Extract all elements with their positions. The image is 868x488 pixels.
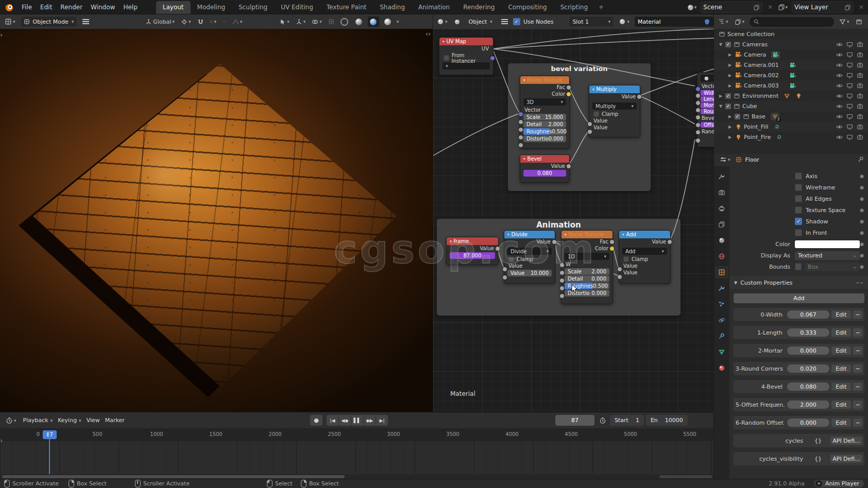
tab-scripting[interactable]: Scripting bbox=[554, 1, 594, 14]
viewport-3d[interactable] bbox=[0, 29, 433, 412]
prop-value-slider[interactable]: 0.080 bbox=[787, 382, 829, 391]
frame-end-field[interactable]: En 10000 bbox=[646, 415, 688, 426]
mode-dropdown[interactable]: Object Mode ▾ bbox=[20, 16, 78, 27]
expand-icon[interactable]: ▶ bbox=[727, 63, 733, 67]
node-bevel-value[interactable]: ▾Bevel Value 0.080 bbox=[520, 154, 570, 183]
expand-icon[interactable]: ▶ bbox=[727, 114, 733, 119]
hide-eye-icon[interactable] bbox=[836, 82, 843, 89]
tab-constraints[interactable] bbox=[715, 330, 728, 342]
noise2-color-socket[interactable] bbox=[609, 246, 615, 251]
pivot-point-dropdown[interactable]: ▾ bbox=[179, 18, 193, 26]
hide-eye-icon[interactable] bbox=[836, 134, 843, 141]
disable-viewport-icon[interactable] bbox=[846, 72, 853, 79]
multiply-clamp-checkbox[interactable] bbox=[593, 111, 599, 117]
group-width-socket[interactable] bbox=[695, 93, 701, 98]
noise2-detail-field[interactable]: Detail0.000 bbox=[565, 275, 609, 282]
scene-selector[interactable]: Scene bbox=[701, 2, 762, 13]
multiply-out-socket[interactable] bbox=[637, 94, 642, 99]
add-clamp-checkbox[interactable] bbox=[623, 256, 629, 262]
animate-dot[interactable]: ● bbox=[860, 196, 864, 201]
group-offset-field[interactable]: Offset bbox=[701, 122, 714, 128]
proportional-edit-icon[interactable]: ◦ bbox=[221, 18, 228, 26]
anim-player-badge[interactable]: ✕ Anim Player bbox=[814, 480, 864, 487]
prop-value-slider[interactable]: 0.020 bbox=[787, 364, 829, 373]
group-length-socket[interactable] bbox=[695, 100, 701, 106]
outliner-row-camera-001[interactable]: ▶ Camera.001 bbox=[714, 60, 868, 70]
hscroll-thumb-right[interactable] bbox=[659, 475, 712, 478]
editor-type-outliner-icon[interactable]: ▾ bbox=[716, 17, 730, 26]
node-group-floor-board[interactable]: ▾ Vector Width Length Mortar Round C Bev… bbox=[697, 72, 714, 147]
camera-data-icon[interactable] bbox=[789, 72, 796, 79]
noise1-detail-socket[interactable] bbox=[518, 127, 523, 132]
prop-value-slider[interactable]: 0.000 bbox=[787, 346, 829, 355]
timeline-tracks[interactable] bbox=[0, 441, 713, 474]
noise1-scale-field[interactable]: Scale15.000 bbox=[523, 114, 566, 120]
shading-material-button[interactable] bbox=[368, 16, 379, 27]
texture-space-checkbox[interactable] bbox=[795, 206, 802, 214]
outliner-row-camera-003[interactable]: ▶ Camera.003 bbox=[714, 80, 868, 91]
node-add[interactable]: ▾Add Value Add▾ Clamp Value Value bbox=[619, 230, 671, 284]
add-property-button[interactable]: Add bbox=[734, 293, 864, 303]
pin-icon[interactable] bbox=[857, 156, 864, 163]
disable-viewport-icon[interactable] bbox=[846, 134, 853, 141]
noise1-detail-field[interactable]: Detail2.000 bbox=[523, 121, 566, 128]
auto-keying-button[interactable]: ● bbox=[310, 415, 322, 426]
tab-view-layer[interactable] bbox=[715, 218, 728, 231]
shader-menu-icon[interactable] bbox=[501, 21, 508, 22]
api-defined-button[interactable]: API Defi... bbox=[830, 437, 862, 445]
shader-context-dropdown[interactable]: Object ▾ bbox=[465, 16, 496, 27]
hide-eye-icon[interactable] bbox=[836, 41, 843, 48]
collapse-icon[interactable]: ▼ bbox=[718, 42, 723, 47]
disable-viewport-icon[interactable] bbox=[846, 124, 853, 130]
menu-help[interactable]: Help bbox=[119, 2, 141, 12]
viewport-menu-icon[interactable] bbox=[82, 21, 89, 22]
current-frame-field[interactable]: 87 bbox=[555, 415, 594, 426]
tab-object[interactable] bbox=[715, 266, 728, 278]
collection-checkbox[interactable]: ✓ bbox=[725, 103, 731, 109]
disable-render-icon[interactable] bbox=[857, 41, 863, 48]
noise2-scale-socket[interactable] bbox=[559, 270, 565, 275]
edit-property-button[interactable]: Edit bbox=[831, 382, 851, 391]
wood-floor-object[interactable] bbox=[0, 29, 433, 412]
noise1-fac-socket[interactable] bbox=[566, 85, 571, 90]
display-as-dropdown[interactable]: Textured⌄ bbox=[795, 251, 860, 260]
tab-uv-editing[interactable]: UV Editing bbox=[274, 1, 320, 14]
node-divide[interactable]: ▾Divide Value Divide▾ Clamp Value Value1… bbox=[504, 230, 555, 284]
divide-value1-socket[interactable] bbox=[502, 267, 507, 272]
tab-render[interactable] bbox=[715, 186, 728, 199]
view-layer-selector[interactable]: View Layer bbox=[792, 2, 854, 13]
tab-physics[interactable] bbox=[715, 314, 728, 326]
animate-dot[interactable]: ● bbox=[860, 264, 864, 269]
group-offset-socket[interactable] bbox=[695, 130, 701, 135]
tab-tool[interactable] bbox=[715, 170, 728, 183]
group-width-field[interactable]: Width bbox=[701, 90, 714, 96]
noise1-dimensions-dropdown[interactable]: 3D▾ bbox=[523, 98, 566, 106]
noise1-distortion-field[interactable]: Distortio0.000 bbox=[523, 135, 566, 142]
expand-icon[interactable]: ▶ bbox=[727, 83, 733, 88]
hide-eye-icon[interactable] bbox=[836, 51, 843, 58]
add-value1-socket[interactable] bbox=[617, 267, 622, 272]
new-scene-icon[interactable] bbox=[753, 4, 760, 11]
prev-keyframe-button[interactable]: ◀◆ bbox=[339, 415, 351, 426]
tab-modifiers[interactable] bbox=[715, 282, 728, 294]
bounds-dropdown[interactable]: Box⌄ bbox=[805, 263, 860, 271]
tab-material[interactable] bbox=[715, 362, 728, 374]
remove-property-button[interactable]: − bbox=[853, 400, 862, 409]
noise2-distortion-socket[interactable] bbox=[559, 293, 565, 299]
camera-data-icon[interactable] bbox=[771, 51, 780, 59]
node-noise-texture-2[interactable]: ▾Noise Texture Fac Color 1D▾ W Scale2.00… bbox=[561, 230, 613, 304]
light-data-icon[interactable] bbox=[776, 134, 782, 141]
jump-to-end-button[interactable]: ▶| bbox=[376, 415, 388, 426]
timeline-expand-icon[interactable]: › bbox=[0, 437, 2, 444]
menu-view[interactable]: View bbox=[87, 417, 100, 424]
blender-logo-icon[interactable] bbox=[4, 3, 13, 12]
noise1-roughness-field[interactable]: Roughnes0.500 bbox=[523, 128, 566, 135]
add-workspace-button[interactable]: + bbox=[594, 1, 608, 14]
tab-modeling[interactable]: Modeling bbox=[191, 1, 232, 14]
material-slot-dropdown[interactable]: Slot 1 ▾ bbox=[569, 16, 614, 27]
xray-toggle-icon[interactable] bbox=[327, 18, 336, 26]
outliner-row-cameras[interactable]: ▼ ✓ Cameras bbox=[714, 39, 868, 49]
expand-icon[interactable]: ▶ bbox=[727, 53, 733, 57]
hide-eye-icon[interactable] bbox=[836, 72, 843, 79]
node-frame-value[interactable]: ▾frame Value 87.000 bbox=[446, 237, 499, 265]
